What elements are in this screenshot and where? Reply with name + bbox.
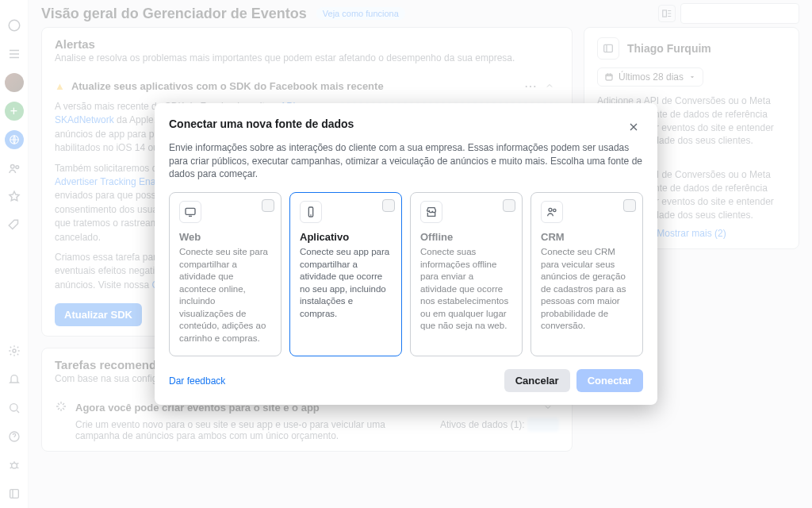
close-icon[interactable] — [624, 117, 643, 137]
modal-overlay: Conectar uma nova fonte de dados Envie i… — [0, 0, 812, 508]
radio-icon — [262, 199, 274, 212]
phone-icon — [300, 201, 322, 223]
cancel-button[interactable]: Cancelar — [504, 369, 570, 392]
option-desc: Conecte seu CRM para veicular seus anúnc… — [541, 246, 633, 333]
radio-icon — [382, 199, 395, 212]
option-crm[interactable]: CRM Conecte seu CRM para veicular seus a… — [530, 192, 643, 356]
option-title: Web — [179, 231, 271, 243]
connect-source-modal: Conectar uma nova fonte de dados Envie i… — [155, 103, 657, 406]
radio-icon — [623, 199, 636, 212]
option-title: Offline — [420, 231, 512, 243]
store-icon — [420, 201, 442, 223]
feedback-link[interactable]: Dar feedback — [169, 375, 225, 387]
option-desc: Conecte suas informações offline para en… — [420, 246, 512, 333]
svg-rect-12 — [186, 208, 195, 214]
option-desc: Conecte seu app para compartilhar a ativ… — [300, 246, 392, 320]
svg-point-15 — [553, 209, 556, 211]
svg-point-14 — [549, 208, 552, 211]
crm-icon — [541, 201, 563, 223]
option-app[interactable]: Aplicativo Conecte seu app para comparti… — [289, 192, 402, 356]
option-offline[interactable]: Offline Conecte suas informações offline… — [410, 192, 523, 356]
modal-sub: Envie informações sobre as interações do… — [169, 141, 643, 181]
option-desc: Conecte seu site para compartilhar a ati… — [179, 246, 271, 344]
radio-icon — [503, 199, 515, 212]
option-title: CRM — [541, 231, 633, 243]
option-title: Aplicativo — [300, 231, 392, 243]
connect-button[interactable]: Conectar — [576, 369, 643, 392]
web-icon — [179, 201, 201, 223]
modal-title: Conectar uma nova fonte de dados — [169, 117, 354, 130]
option-web[interactable]: Web Conecte seu site para compartilhar a… — [169, 192, 282, 356]
